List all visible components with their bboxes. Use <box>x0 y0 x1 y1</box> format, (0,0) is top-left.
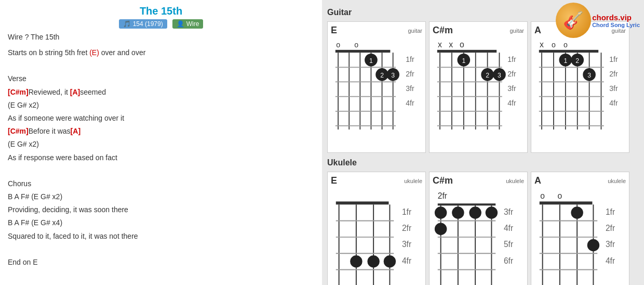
svg-text:2fr: 2fr <box>606 224 615 232</box>
chord-cshm-uke-svg: 2fr <box>433 188 524 285</box>
svg-text:1fr: 1fr <box>402 208 411 216</box>
chord-diagram-e-guitar: E guitar o o <box>327 21 426 153</box>
svg-text:o: o <box>354 41 358 49</box>
svg-text:o: o <box>558 191 562 200</box>
chord-a-2[interactable]: [A] <box>71 127 81 135</box>
left-panel: The 15th 🎵 154 (1979) 👤 Wire Wire ? The … <box>0 0 322 285</box>
verse-line-2: As if someone were watching over it <box>8 112 314 125</box>
chord-cshm-uke-header: C#m ukulele <box>433 175 524 186</box>
chorus-line-3: B A F# (E G# x4) <box>8 216 314 229</box>
svg-text:3fr: 3fr <box>402 240 411 249</box>
svg-text:6fr: 6fr <box>504 256 513 265</box>
blank-line-2 <box>8 164 314 177</box>
logo-subtitle: Chord Song Lyric <box>592 22 640 28</box>
chord-e-name: E <box>331 25 337 36</box>
svg-text:o: o <box>564 41 568 49</box>
svg-text:3fr: 3fr <box>606 240 615 249</box>
svg-text:3fr: 3fr <box>406 84 414 93</box>
svg-rect-74 <box>336 202 389 205</box>
chorus-label: Chorus <box>8 177 314 190</box>
badge-count: 🎵 154 (1979) <box>119 19 167 29</box>
svg-text:1: 1 <box>462 57 465 64</box>
logo-site-name: chords.vip <box>592 13 640 22</box>
chord-c-sharp-m-1[interactable]: [C#m] <box>8 88 29 96</box>
svg-point-108 <box>469 206 481 218</box>
svg-text:2fr: 2fr <box>609 70 618 78</box>
svg-point-89 <box>367 255 379 267</box>
svg-rect-2 <box>336 50 391 53</box>
chord-a-uke-name: A <box>534 175 541 186</box>
svg-point-110 <box>435 223 447 235</box>
svg-text:4fr: 4fr <box>504 224 513 232</box>
chord-e-svg: o o <box>331 38 422 148</box>
lyrics-block: Starts on b string 5th fret (E) over and… <box>8 46 314 285</box>
ukulele-section-title: Ukulele <box>327 158 639 167</box>
svg-text:3fr: 3fr <box>504 208 513 216</box>
chord-diagram-a-guitar: A guitar x o o <box>531 21 629 153</box>
chord-a-name: A <box>534 25 541 36</box>
song-header: The 15th 🎵 154 (1979) 👤 Wire <box>8 5 314 29</box>
chord-cshm-uke-name: C#m <box>433 175 453 186</box>
song-title[interactable]: The 15th <box>140 5 182 17</box>
verse-line-3: [C#m]Before it was[A] <box>8 125 314 138</box>
verse-line-1: [C#m]Reviewed, it [A]seemed <box>8 86 314 99</box>
chord-e-type: guitar <box>408 28 422 34</box>
svg-text:3fr: 3fr <box>507 84 516 93</box>
badge-artist-label: Wire <box>186 20 199 28</box>
chord-cshm-header: C#m guitar <box>433 25 524 36</box>
chord-diagram-a-ukulele: A ukulele o o <box>531 172 629 285</box>
svg-rect-27 <box>437 50 497 53</box>
verse-label: Verse <box>8 72 314 85</box>
svg-text:x: x <box>438 40 442 49</box>
song-info: Wire ? The 15th <box>8 33 314 41</box>
svg-text:1fr: 1fr <box>609 55 618 63</box>
badge-icon: 🎵 <box>123 20 131 28</box>
badge-artist: 👤 Wire <box>172 19 204 29</box>
chorus-line-2: Providing, deciding, it was soon there <box>8 203 314 216</box>
chord-a-1[interactable]: [A] <box>70 88 80 96</box>
svg-point-107 <box>452 206 464 218</box>
svg-text:3: 3 <box>498 72 501 79</box>
chord-c-sharp-m-2[interactable]: [C#m] <box>8 127 29 135</box>
end-label: End on E <box>8 256 314 269</box>
svg-text:4fr: 4fr <box>507 99 516 107</box>
chord-cshm-name: C#m <box>433 25 453 36</box>
chord-e-uke-type: ukulele <box>404 178 422 184</box>
svg-text:2fr: 2fr <box>438 191 447 200</box>
blank-line-4 <box>8 269 314 282</box>
svg-point-127 <box>571 206 583 218</box>
chord-e-uke-header: E ukulele <box>331 175 422 186</box>
svg-text:3fr: 3fr <box>609 84 618 93</box>
chord-a-uke-header: A ukulele <box>534 175 626 186</box>
svg-text:o: o <box>552 41 556 49</box>
svg-text:o: o <box>336 41 340 49</box>
chord-a-uke-type: ukulele <box>608 178 626 184</box>
verse-sub-1: (E G# x2) <box>8 99 314 112</box>
right-panel: 🎸 chords.vip Chord Song Lyric Guitar E g… <box>322 0 644 285</box>
guitar-icon: 🎸 <box>563 10 584 30</box>
svg-text:2fr: 2fr <box>406 70 414 78</box>
chord-a-svg: x o o <box>534 38 626 148</box>
svg-text:4fr: 4fr <box>402 256 411 265</box>
svg-point-90 <box>384 255 396 267</box>
chorus-line-1: B A F# (E G# x2) <box>8 190 314 203</box>
outro-line-1: that?s the chords for the whole song, li… <box>8 282 314 285</box>
svg-text:1fr: 1fr <box>507 55 516 63</box>
chord-cshm-svg: x x o <box>433 38 524 148</box>
svg-text:4fr: 4fr <box>406 99 414 107</box>
svg-text:1: 1 <box>564 57 567 64</box>
svg-text:5fr: 5fr <box>504 240 513 249</box>
svg-text:3: 3 <box>587 72 591 79</box>
chord-a-uke-svg: o o <box>534 188 626 285</box>
svg-rect-52 <box>539 50 598 53</box>
guitar-logo-circle: 🎸 <box>556 3 591 38</box>
logo-text: chords.vip Chord Song Lyric <box>592 13 640 28</box>
badge-artist-icon: 👤 <box>177 20 184 28</box>
svg-rect-113 <box>540 202 593 205</box>
svg-text:2: 2 <box>486 72 489 79</box>
svg-text:3: 3 <box>391 72 395 79</box>
blank-line-1 <box>8 59 314 72</box>
verse-line-4: As if response were based on fact <box>8 151 314 164</box>
chorus-line-4: Squared to it, faced to it, it was not t… <box>8 230 314 243</box>
svg-text:4fr: 4fr <box>606 256 615 265</box>
